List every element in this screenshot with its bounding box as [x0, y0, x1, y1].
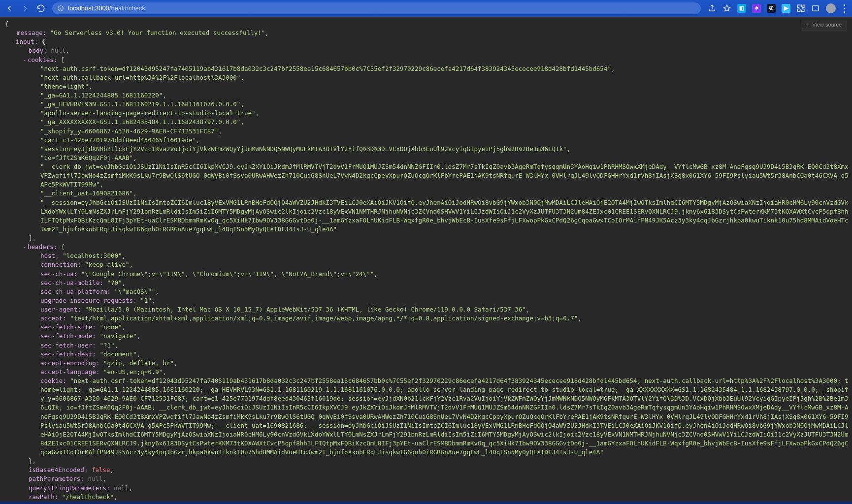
- hv-sec-fetch-mode: "navigate": [99, 332, 136, 341]
- key-headers: headers:: [28, 243, 57, 252]
- cookie-session-jwt: "__session=eyJhbGciOiJSUzI1NiIsImtpZCI6I…: [3, 198, 849, 234]
- extensions-puzzle-icon[interactable]: [796, 4, 805, 13]
- cookie-item: "session=eyJjdXN0b21lckFjY2Vzc1Rva2VuIjo…: [3, 145, 849, 154]
- hv-host: "localhost:3000": [63, 252, 122, 260]
- val-isBase64Encoded: false: [92, 466, 110, 474]
- view-source-label: View source: [812, 21, 842, 29]
- hk-connection: connection:: [40, 260, 81, 269]
- hk-sec-fetch-user: sec-fetch-user:: [40, 341, 96, 350]
- val-body: null: [51, 46, 66, 55]
- info-icon[interactable]: [57, 5, 64, 12]
- input-open: {: [42, 37, 46, 46]
- hv-sec-ch-ua-platform: "\"macOS\"": [115, 287, 156, 296]
- window-icon[interactable]: [811, 4, 820, 13]
- cookies-close: ],: [29, 234, 36, 243]
- hv-sec-fetch-site: "none": [99, 323, 122, 332]
- val-pathParameters: null: [88, 474, 102, 483]
- key-pathParameters: pathParameters:: [29, 474, 84, 483]
- key-cookies: cookies:: [28, 56, 57, 64]
- key-body: body:: [29, 46, 47, 55]
- url-path: /healthcheck: [109, 4, 145, 12]
- key-input: input:: [16, 37, 38, 46]
- cookie-item: "_shopify_y=6606867-A320-4629-9AE0-CF712…: [3, 127, 849, 136]
- hv-sec-fetch-dest: "document": [99, 350, 136, 359]
- hk-sec-fetch-dest: sec-fetch-dest:: [40, 350, 96, 359]
- val-rawPath: "/healthcheck": [62, 493, 114, 502]
- reload-icon[interactable]: [36, 4, 45, 13]
- cookies-open: [: [61, 56, 65, 64]
- hv-cookie: "next-auth.csrf-token=df12043d95247fa740…: [40, 377, 849, 456]
- open-brace: {: [5, 20, 9, 29]
- hk-sec-ch-ua: sec-ch-ua:: [40, 270, 77, 279]
- kebab-menu-icon[interactable]: [842, 3, 847, 14]
- cookie-item: "next-auth.csrf-token=df12043d95247fa740…: [3, 64, 849, 73]
- browser-toolbar: localhost:3000/healthcheck ◧ ✶ ① ▶: [0, 0, 852, 17]
- hk-upgrade-insecure-requests: upgrade-insecure-requests:: [40, 296, 137, 305]
- hv-sec-fetch-user: "?1": [99, 341, 114, 350]
- hv-user-agent: "Mozilla/5.0 (Macintosh; Intel Mac OS X …: [85, 305, 526, 314]
- back-icon[interactable]: [5, 4, 14, 13]
- svg-rect-1: [813, 6, 819, 11]
- star-icon[interactable]: [722, 4, 731, 13]
- hv-sec-ch-ua-mobile: "?0": [107, 279, 122, 287]
- hk-accept: accept:: [40, 314, 66, 323]
- extension-2-icon[interactable]: ✶: [752, 4, 761, 13]
- collapse-toggle[interactable]: -: [23, 243, 28, 252]
- cookie-item: "_ga_XXXXXXXXXX=GS1.1.1682435484.1.1.168…: [3, 118, 849, 126]
- toolbar-right: ◧ ✶ ① ▶: [708, 3, 847, 14]
- hk-host: host:: [40, 252, 59, 260]
- hv-accept-language: "en-US,en;q=0.9": [103, 368, 163, 377]
- share-icon[interactable]: [708, 4, 717, 13]
- hv-sec-ch-ua: "\"Google Chrome\";v=\"119\", \"Chromium…: [81, 270, 374, 279]
- cookie-item: "next-auth.callback-url=http%3A%2F%2Floc…: [3, 73, 849, 82]
- bottom-accent-bar: [0, 502, 852, 504]
- cookie-item: "apollo-server-landing-page-redirect-to-…: [3, 109, 849, 118]
- collapse-toggle[interactable]: -: [11, 37, 16, 46]
- hk-sec-ch-ua-mobile: sec-ch-ua-mobile:: [40, 279, 103, 287]
- profile-avatar-icon[interactable]: [826, 3, 836, 13]
- hv-connection: "keep-alive": [85, 260, 129, 269]
- collapse-toggle[interactable]: -: [23, 56, 28, 64]
- hk-user-agent: user-agent:: [40, 305, 81, 314]
- cookie-item: "_ga=GA1.1.1224244885.1681160220",: [3, 91, 849, 100]
- hk-sec-fetch-mode: sec-fetch-mode:: [40, 332, 96, 341]
- url-host: localhost:3000: [68, 4, 109, 12]
- hv-accept: "text/html,application/xhtml+xml,applica…: [70, 314, 578, 323]
- hv-accept-encoding: "gzip, deflate, br": [103, 359, 174, 368]
- extension-4-icon[interactable]: ▶: [782, 4, 790, 13]
- hv-upgrade-insecure-requests: "1": [140, 296, 152, 305]
- view-source-button[interactable]: View source: [801, 20, 847, 31]
- cookie-item: "_ga_HEVHRVL93N=GS1.1.1681160219.1.1.168…: [3, 100, 849, 109]
- key-rawPath: rawPath:: [29, 493, 58, 502]
- forward-icon[interactable]: [21, 4, 30, 13]
- val-message: "Go Serverless v3.0! Your function execu…: [50, 29, 265, 37]
- key-message: message:: [17, 29, 46, 37]
- cookie-item: "cart=c1-425e7701974ddf8eed430465f16019d…: [3, 136, 849, 145]
- hk-sec-fetch-site: sec-fetch-site:: [40, 323, 96, 332]
- cookie-client-uat: "__client_uat=1690821686",: [40, 189, 137, 198]
- key-isBase64Encoded: isBase64Encoded:: [29, 466, 88, 474]
- omnibox[interactable]: localhost:3000/healthcheck: [52, 2, 701, 14]
- headers-close: },: [29, 457, 36, 466]
- hk-accept-language: accept-language:: [40, 368, 99, 377]
- val-queryStringParameters: null: [114, 484, 129, 493]
- extension-1-icon[interactable]: ◧: [737, 4, 746, 13]
- hk-accept-encoding: accept-encoding:: [40, 359, 99, 368]
- json-viewer: { message: "Go Serverless v3.0! Your fun…: [0, 17, 852, 504]
- hk-cookie: cookie:: [40, 377, 66, 384]
- cookie-item: "io=fJftZSmK6Qq2F0j-AAAB",: [3, 154, 849, 162]
- hk-sec-ch-ua-platform: sec-ch-ua-platform:: [40, 287, 111, 296]
- headers-open: {: [61, 243, 65, 252]
- extension-3-icon[interactable]: ①: [767, 4, 776, 13]
- cookie-clerk-db-jwt: "__clerk_db_jwt=eyJhbGciOiJSUzI1NiIsInR5…: [3, 162, 849, 189]
- cookie-item: "theme=light",: [3, 82, 849, 91]
- key-queryStringParameters: queryStringParameters:: [29, 484, 110, 493]
